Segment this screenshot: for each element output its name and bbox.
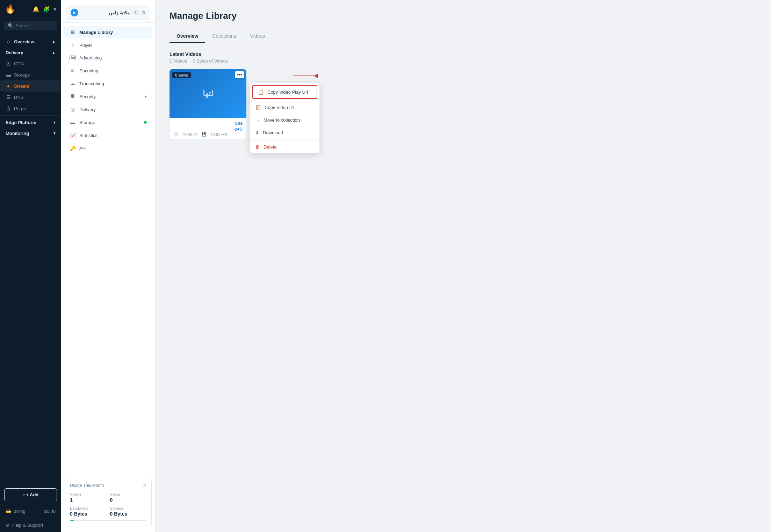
cdn-icon: ◎ [6, 61, 11, 66]
move-icon: → [255, 117, 260, 123]
security-icon: ⛊ [70, 94, 76, 99]
library-selector[interactable]: ▶ مكتبة زامن 1 ⇅ [66, 6, 150, 20]
download-icon: ⬇ [255, 130, 259, 135]
dropdown-copy-id[interactable]: 📋 Copy Video ID [250, 101, 319, 114]
video-card: لتها 0 views ••• Sna زامن 🕐 00:00:17 💾 1… [170, 69, 246, 140]
video-card-wrapper: لتها 0 views ••• Sna زامن 🕐 00:00:17 💾 1… [170, 69, 246, 140]
expand-icon[interactable]: ⤢ [143, 483, 146, 488]
dropdown-divider [250, 139, 319, 140]
dropdown-copy-url[interactable]: 📋 Copy Video Play Url [252, 85, 317, 99]
add-button[interactable]: + + Add [4, 488, 57, 501]
search-box[interactable]: 🔍 [4, 21, 57, 30]
more-options-button[interactable]: ••• [235, 71, 244, 78]
encoding-icon: ≋ [70, 68, 76, 73]
dns-icon: ☰ [6, 94, 11, 100]
delivery-icon: ◎ [70, 107, 76, 112]
menu-item-security[interactable]: ⛊ Security ▾ [64, 90, 152, 103]
sidebar-item-cdn[interactable]: ◎ CDN [0, 58, 61, 69]
sidebar-item-dns[interactable]: ☰ DNS [0, 92, 61, 103]
latest-videos-meta: 1 Videos 0 Bytes of Videos [170, 58, 757, 64]
sort-arrows-icon: ⇅ [142, 10, 146, 15]
nav-divider [0, 115, 61, 116]
chevron-down-icon[interactable]: ▾ [53, 6, 56, 13]
stream-icon: ● [6, 83, 11, 89]
tab-videos[interactable]: Videos [243, 30, 272, 43]
sidebar-item-delivery[interactable]: Delivery ▲ [0, 47, 61, 58]
sidebar-item-stream[interactable]: ● Stream [0, 80, 61, 92]
delete-icon: 🗑 [255, 144, 260, 150]
views-badge: 0 views [172, 72, 191, 78]
help-icon: ⊙ [6, 523, 9, 528]
puzzle-icon[interactable]: 🧩 [43, 6, 50, 13]
menu-item-statistics[interactable]: 📈 Statistics [64, 129, 152, 142]
sidebar-item-storage[interactable]: ▬ Storage [0, 69, 61, 80]
middle-menu: ⊞ Manage Library ▷ Player Ad Advertising… [61, 23, 155, 474]
sidebar-item-monitoring[interactable]: Monitoring ▾ [0, 128, 61, 139]
video-name: Sna زامن [173, 121, 243, 131]
chevron-up-icon: ▲ [52, 39, 56, 44]
billing-divider [6, 518, 56, 518]
sidebar-nav: ⌂ Overview ▲ Delivery ▲ ◎ CDN ▬ Storage … [0, 33, 61, 486]
duration-icon: 🕐 [173, 132, 178, 137]
tab-collections[interactable]: Collections [205, 30, 243, 43]
arrow-indicator-1 [293, 73, 318, 78]
usage-videos: Videos 1 [70, 492, 107, 503]
purge-icon: 🗑 [6, 106, 11, 111]
storage-active-dot [144, 121, 147, 124]
usage-header: Usage This Month ⤢ [70, 483, 146, 488]
dropdown-menu: 📋 Copy Video Play Url 📋 Copy Video ID → … [250, 82, 320, 153]
menu-item-api[interactable]: 🔑 API [64, 142, 152, 154]
player-icon: ▷ [70, 42, 76, 48]
chevron-up-icon: ▲ [52, 51, 56, 55]
arrow-head-1 [314, 73, 318, 78]
sidebar-item-edge-platform[interactable]: Edge Platform ▾ [0, 117, 61, 128]
menu-item-encoding[interactable]: ≋ Encoding [64, 64, 152, 77]
sidebar-item-overview[interactable]: ⌂ Overview ▲ [0, 36, 61, 47]
main-content: Manage Library Overview Collections Vide… [156, 0, 771, 532]
copy-id-icon: 📋 [255, 105, 261, 110]
app-logo: 🔥 [5, 4, 15, 14]
menu-item-delivery[interactable]: ◎ Delivery [64, 103, 152, 116]
statistics-icon: 📈 [70, 132, 76, 138]
play-button-icon: ▶ [71, 9, 78, 16]
latest-videos-title: Latest Videos [170, 51, 757, 57]
usage-grid: Videos 1 Views 0 Bandwidth 0 Bytes Stora… [70, 492, 146, 517]
menu-item-advertising[interactable]: Ad Advertising [64, 52, 152, 64]
chevron-down-icon: ▾ [145, 94, 147, 99]
menu-item-transcribing[interactable]: ☁ Transcribing [64, 77, 152, 90]
tab-overview[interactable]: Overview [170, 30, 205, 43]
menu-item-manage-library[interactable]: ⊞ Manage Library [64, 26, 152, 38]
sidebar-top-right: 🔔 🧩 ▾ [33, 6, 56, 13]
sidebar: 🔥 🔔 🧩 ▾ 🔍 ⌂ Overview ▲ Delivery ▲ ◎ CDN … [0, 0, 61, 532]
dropdown-download[interactable]: ⬇ Download [250, 126, 319, 139]
menu-item-player[interactable]: ▷ Player [64, 39, 152, 51]
copy-url-icon: 📋 [258, 89, 264, 95]
search-input[interactable] [15, 23, 53, 28]
sidebar-item-purge[interactable]: 🗑 Purge [0, 103, 61, 114]
usage-bandwidth: Bandwidth 0 Bytes [70, 506, 107, 517]
bell-icon[interactable]: 🔔 [33, 6, 39, 13]
sidebar-bottom: 💳 Billing $0.00 ⊙ Help & Support [0, 504, 61, 532]
billing-row: 💳 Billing $0.00 [6, 509, 56, 514]
usage-views: Views 0 [110, 492, 147, 503]
manage-library-icon: ⊞ [70, 29, 76, 35]
library-selector-container: ▶ مكتبة زامن 1 ⇅ [61, 0, 155, 23]
plus-icon: + [23, 492, 26, 497]
dropdown-delete[interactable]: 🗑 Delete [250, 141, 319, 153]
video-info: Sna زامن 🕐 00:00:17 💾 12.91 MB [170, 118, 246, 140]
usage-progress-bar [70, 520, 146, 521]
storage-mid-icon: ▬ [70, 120, 76, 125]
chevron-down-icon: ▾ [53, 120, 56, 125]
usage-progress-fill [70, 520, 74, 521]
dropdown-move[interactable]: → Move to collection [250, 114, 319, 126]
tabs: Overview Collections Videos [170, 30, 757, 43]
usage-card: Usage This Month ⤢ Videos 1 Views 0 Band… [65, 478, 152, 526]
size-icon: 💾 [202, 132, 207, 137]
menu-item-storage[interactable]: ▬ Storage [64, 116, 152, 129]
billing-icon: 💳 [6, 509, 11, 514]
sidebar-top: 🔥 🔔 🧩 ▾ [0, 0, 61, 18]
help-support-row[interactable]: ⊙ Help & Support [6, 523, 56, 528]
api-icon: 🔑 [70, 145, 76, 151]
storage-icon: ▬ [6, 72, 11, 78]
arrow-line-1 [293, 76, 314, 76]
